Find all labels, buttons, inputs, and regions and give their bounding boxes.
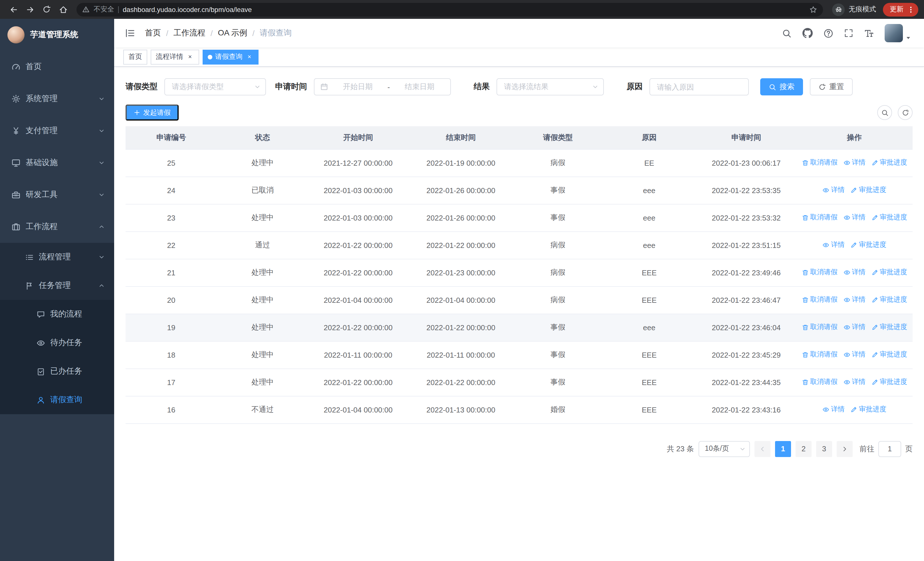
table-row[interactable]: 25 处理中 2021-12-27 00:00:00 2022-01-19 00…	[126, 149, 913, 176]
close-icon[interactable]: ×	[245, 53, 254, 61]
create-leave-button[interactable]: 发起请假	[126, 105, 178, 120]
action-detail[interactable]: 详情	[843, 268, 866, 277]
fullscreen-button[interactable]	[844, 29, 853, 38]
action-progress[interactable]: 审批进度	[850, 185, 886, 195]
sidebar-item-leave-query[interactable]: 请假查询	[0, 386, 114, 414]
action-progress[interactable]: 审批进度	[871, 213, 907, 223]
action-detail[interactable]: 详情	[843, 295, 866, 305]
action-detail[interactable]: 详情	[843, 158, 866, 168]
action-progress[interactable]: 审批进度	[850, 240, 886, 250]
github-link[interactable]	[802, 28, 813, 38]
table-row[interactable]: 19 处理中 2022-01-22 00:00:00 2022-01-22 00…	[126, 314, 913, 341]
browser-reload-button[interactable]	[39, 2, 54, 17]
sidebar-item-payment-mgmt[interactable]: 支付管理	[0, 115, 114, 147]
result-select[interactable]: 请选择流结果	[496, 78, 604, 95]
user-menu[interactable]	[885, 24, 912, 42]
page-size-select[interactable]: 10条/页	[699, 441, 750, 457]
action-cancel[interactable]: 取消请假	[802, 158, 837, 168]
header-search-button[interactable]	[782, 28, 792, 38]
action-detail[interactable]: 详情	[822, 240, 844, 250]
action-detail[interactable]: 详情	[843, 350, 866, 359]
table-header: 申请编号 状态 开始时间 结束时间 请假类型 原因 申请时间 操作	[126, 126, 913, 149]
action-cancel[interactable]: 取消请假	[802, 322, 837, 332]
sidebar-item-infrastructure[interactable]: 基础设施	[0, 147, 114, 179]
next-page-button[interactable]	[837, 441, 853, 457]
bookmark-star-icon[interactable]	[809, 5, 817, 14]
breadcrumb-item[interactable]: 工作流程	[174, 28, 206, 38]
list-icon	[25, 253, 34, 261]
browser-back-button[interactable]	[6, 2, 21, 17]
col-reason: 原因	[602, 126, 696, 149]
action-progress[interactable]: 审批进度	[871, 378, 907, 387]
browser-forward-button[interactable]	[22, 2, 38, 17]
prev-page-button[interactable]	[754, 441, 771, 457]
cell-end-time: 2022-01-19 00:00:00	[426, 158, 495, 167]
action-cancel[interactable]: 取消请假	[802, 213, 837, 223]
breadcrumb-item[interactable]: 首页	[145, 28, 161, 38]
eye-icon	[843, 269, 850, 276]
apply-time-range-picker[interactable]: 开始日期 - 结束日期	[314, 78, 451, 95]
action-detail[interactable]: 详情	[843, 213, 866, 223]
action-progress[interactable]: 审批进度	[871, 158, 907, 168]
action-detail[interactable]: 详情	[822, 185, 844, 195]
pager-number[interactable]: 2	[796, 441, 812, 457]
sidebar-item-done-tasks[interactable]: 已办任务	[0, 357, 114, 386]
sidebar-item-home[interactable]: 首页	[0, 51, 114, 83]
action-cancel[interactable]: 取消请假	[802, 268, 837, 277]
action-progress[interactable]: 审批进度	[850, 405, 886, 415]
table-row[interactable]: 20 处理中 2022-01-04 00:00:00 2022-01-04 00…	[126, 286, 913, 314]
action-detail[interactable]: 详情	[822, 405, 844, 415]
docs-help-button[interactable]	[824, 28, 833, 38]
pager-number[interactable]: 3	[816, 441, 832, 457]
url-text[interactable]: dashboard.yudao.iocoder.cn/bpm/oa/leave	[123, 5, 805, 14]
action-detail[interactable]: 详情	[843, 378, 866, 387]
cell-status: 处理中	[251, 268, 274, 277]
sidebar-item-process-mgmt[interactable]: 流程管理	[0, 243, 114, 271]
action-cancel[interactable]: 取消请假	[802, 295, 837, 305]
sidebar-item-todo-tasks[interactable]: 待办任务	[0, 328, 114, 357]
sidebar-toggle-button[interactable]	[121, 24, 139, 42]
address-bar[interactable]: 不安全 dashboard.yudao.iocoder.cn/bpm/oa/le…	[76, 3, 823, 16]
action-progress[interactable]: 审批进度	[871, 322, 907, 332]
action-cancel[interactable]: 取消请假	[802, 378, 837, 387]
browser-menu-kebab-icon[interactable]	[907, 5, 915, 14]
tab-leave-query[interactable]: 请假查询 ×	[202, 50, 258, 64]
browser-home-button[interactable]	[56, 2, 71, 17]
row-actions: 取消请假详情审批进度	[802, 213, 907, 223]
action-progress[interactable]: 审批进度	[871, 295, 907, 305]
reset-button[interactable]: 重置	[810, 78, 853, 95]
action-progress[interactable]: 审批进度	[871, 268, 907, 277]
sidebar-item-my-process[interactable]: 我的流程	[0, 300, 114, 328]
action-progress[interactable]: 审批进度	[871, 350, 907, 359]
table-row[interactable]: 22 通过 2022-01-22 00:00:00 2022-01-22 00:…	[126, 232, 913, 259]
sidebar-item-task-mgmt[interactable]: 任务管理	[0, 271, 114, 300]
table-row[interactable]: 24 已取消 2022-01-03 00:00:00 2022-01-26 00…	[126, 176, 913, 204]
tab-home[interactable]: 首页	[123, 50, 147, 64]
cell-status: 处理中	[251, 213, 274, 222]
security-warning-label[interactable]: 不安全	[94, 5, 114, 14]
sidebar-item-system-mgmt[interactable]: 系统管理	[0, 83, 114, 115]
action-cancel[interactable]: 取消请假	[802, 350, 837, 359]
app-title: 芋道管理系统	[30, 30, 78, 40]
sidebar-item-workflow[interactable]: 工作流程	[0, 211, 114, 243]
font-size-button[interactable]	[864, 28, 874, 38]
table-row[interactable]: 23 处理中 2022-01-03 00:00:00 2022-01-26 00…	[126, 204, 913, 232]
goto-page-input[interactable]	[878, 441, 901, 457]
table-row[interactable]: 17 处理中 2022-01-22 00:00:00 2022-01-22 00…	[126, 368, 913, 396]
leave-type-select[interactable]: 请选择请假类型	[164, 78, 266, 95]
refresh-table-button[interactable]	[898, 105, 913, 120]
browser-update-button[interactable]: 更新	[883, 3, 918, 16]
table-row[interactable]: 18 处理中 2022-01-11 00:00:00 2022-01-11 00…	[126, 341, 913, 368]
breadcrumb-item[interactable]: OA 示例	[218, 28, 248, 38]
tab-process-detail[interactable]: 流程详情 ×	[151, 50, 199, 64]
search-button[interactable]: 搜索	[760, 78, 803, 95]
close-icon[interactable]: ×	[186, 53, 194, 61]
sidebar-item-dev-tools[interactable]: 研发工具	[0, 179, 114, 211]
table-row[interactable]: 16 不通过 2022-01-04 00:00:00 2022-01-13 00…	[126, 396, 913, 423]
table-row[interactable]: 21 处理中 2022-01-22 00:00:00 2022-01-23 00…	[126, 259, 913, 286]
action-detail[interactable]: 详情	[843, 322, 866, 332]
toggle-search-button[interactable]	[877, 105, 892, 120]
app-logo-row[interactable]: 芋道管理系统	[0, 19, 114, 51]
pager-number[interactable]: 1	[775, 441, 791, 457]
reason-input[interactable]	[650, 78, 749, 95]
